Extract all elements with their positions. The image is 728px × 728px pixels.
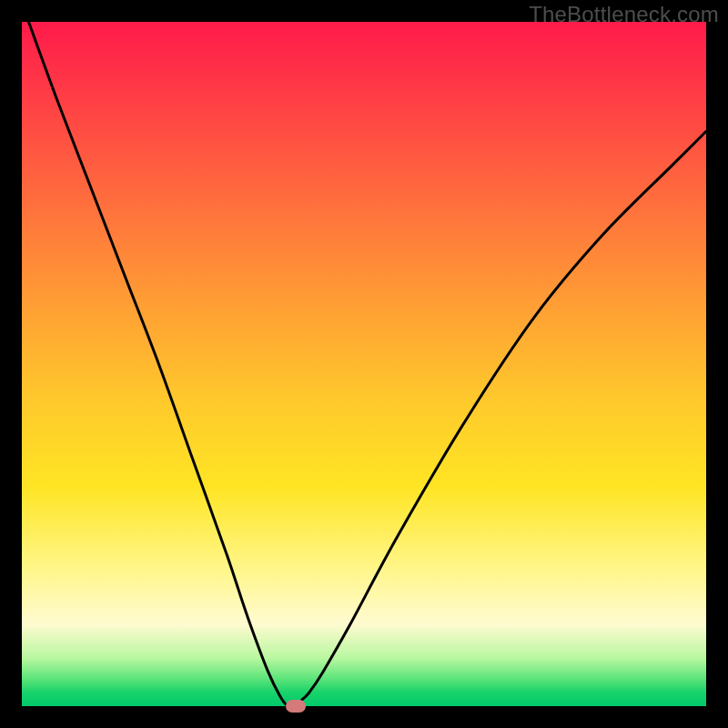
minimum-marker <box>286 700 306 713</box>
plot-area <box>22 22 706 706</box>
bottleneck-curve <box>29 22 707 707</box>
curve-svg <box>22 22 706 706</box>
chart-frame: TheBottleneck.com <box>0 0 728 728</box>
